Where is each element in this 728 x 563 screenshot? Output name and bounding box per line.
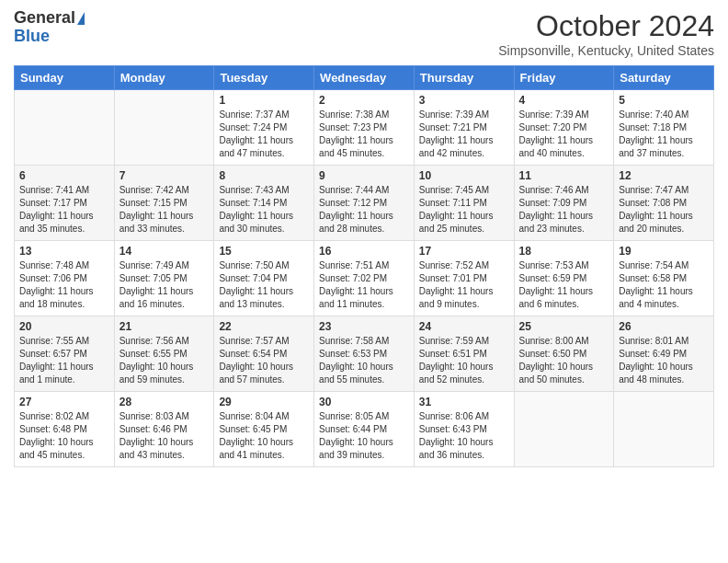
daylight-text: Daylight: 10 hours and 57 minutes.	[219, 362, 293, 385]
daylight-text: Daylight: 11 hours and 11 minutes.	[319, 286, 393, 309]
daylight-text: Daylight: 11 hours and 4 minutes.	[619, 286, 693, 309]
location-text: Simpsonville, Kentucky, United States	[498, 43, 714, 58]
sunset-text: Sunset: 7:21 PM	[419, 122, 487, 132]
calendar-cell: 15 Sunrise: 7:50 AM Sunset: 7:04 PM Dayl…	[214, 241, 314, 316]
sunset-text: Sunset: 7:12 PM	[319, 198, 387, 208]
calendar-cell: 8 Sunrise: 7:43 AM Sunset: 7:14 PM Dayli…	[214, 166, 314, 241]
day-number: 12	[619, 169, 709, 182]
sunset-text: Sunset: 6:44 PM	[319, 424, 387, 434]
calendar-cell: 11 Sunrise: 7:46 AM Sunset: 7:09 PM Dayl…	[514, 166, 614, 241]
sunset-text: Sunset: 7:17 PM	[19, 198, 87, 208]
calendar-week-row: 6 Sunrise: 7:41 AM Sunset: 7:17 PM Dayli…	[15, 166, 714, 241]
sunrise-text: Sunrise: 7:56 AM	[119, 336, 189, 346]
calendar-cell: 13 Sunrise: 7:48 AM Sunset: 7:06 PM Dayl…	[15, 241, 115, 316]
day-number: 30	[319, 396, 409, 408]
sunrise-text: Sunrise: 7:54 AM	[619, 260, 688, 270]
sunrise-text: Sunrise: 7:52 AM	[419, 260, 489, 270]
calendar-cell	[15, 90, 115, 166]
calendar-cell: 28 Sunrise: 8:03 AM Sunset: 6:46 PM Dayl…	[114, 392, 214, 467]
calendar-cell: 10 Sunrise: 7:45 AM Sunset: 7:11 PM Dayl…	[414, 166, 514, 241]
day-number: 14	[119, 245, 210, 258]
sunrise-text: Sunrise: 7:44 AM	[319, 185, 389, 195]
daylight-text: Daylight: 10 hours and 55 minutes.	[319, 362, 393, 385]
daylight-text: Daylight: 11 hours and 6 minutes.	[519, 286, 594, 309]
sunrise-text: Sunrise: 7:47 AM	[619, 185, 688, 195]
sunset-text: Sunset: 7:14 PM	[219, 198, 287, 208]
daylight-text: Daylight: 11 hours and 28 minutes.	[319, 211, 393, 234]
title-section: October 2024 Simpsonville, Kentucky, Uni…	[498, 9, 714, 58]
calendar-cell: 6 Sunrise: 7:41 AM Sunset: 7:17 PM Dayli…	[15, 166, 115, 241]
daylight-text: Daylight: 10 hours and 45 minutes.	[19, 437, 94, 460]
calendar-cell: 14 Sunrise: 7:49 AM Sunset: 7:05 PM Dayl…	[114, 241, 214, 316]
header-tuesday: Tuesday	[214, 66, 314, 90]
sunset-text: Sunset: 7:18 PM	[619, 122, 687, 132]
calendar-cell: 7 Sunrise: 7:42 AM Sunset: 7:15 PM Dayli…	[114, 166, 214, 241]
header-friday: Friday	[514, 66, 614, 90]
day-number: 9	[319, 169, 409, 182]
calendar-cell: 26 Sunrise: 8:01 AM Sunset: 6:49 PM Dayl…	[614, 316, 714, 392]
day-number: 3	[419, 94, 509, 107]
day-number: 10	[419, 169, 509, 182]
daylight-text: Daylight: 11 hours and 23 minutes.	[519, 211, 594, 234]
day-number: 8	[219, 169, 309, 182]
calendar-body: 1 Sunrise: 7:37 AM Sunset: 7:24 PM Dayli…	[15, 90, 714, 467]
header-row: Sunday Monday Tuesday Wednesday Thursday…	[15, 66, 714, 90]
sunrise-text: Sunrise: 8:06 AM	[419, 411, 489, 421]
daylight-text: Daylight: 11 hours and 40 minutes.	[519, 135, 594, 158]
calendar-cell: 20 Sunrise: 7:55 AM Sunset: 6:57 PM Dayl…	[15, 316, 115, 392]
sunrise-text: Sunrise: 7:57 AM	[219, 336, 289, 346]
calendar-cell: 3 Sunrise: 7:39 AM Sunset: 7:21 PM Dayli…	[414, 90, 514, 166]
calendar-cell	[114, 90, 214, 166]
daylight-text: Daylight: 11 hours and 45 minutes.	[319, 135, 393, 158]
sunrise-text: Sunrise: 7:51 AM	[319, 260, 389, 270]
sunset-text: Sunset: 7:15 PM	[119, 198, 188, 208]
day-number: 5	[619, 94, 709, 107]
day-number: 23	[319, 320, 409, 333]
sunrise-text: Sunrise: 7:40 AM	[619, 109, 688, 120]
sunset-text: Sunset: 6:50 PM	[519, 349, 587, 359]
daylight-text: Daylight: 11 hours and 18 minutes.	[19, 286, 94, 309]
calendar-header: Sunday Monday Tuesday Wednesday Thursday…	[15, 66, 714, 90]
calendar-cell: 12 Sunrise: 7:47 AM Sunset: 7:08 PM Dayl…	[614, 166, 714, 241]
daylight-text: Daylight: 11 hours and 9 minutes.	[419, 286, 494, 309]
sunset-text: Sunset: 6:57 PM	[19, 349, 87, 359]
header-sunday: Sunday	[15, 66, 115, 90]
sunset-text: Sunset: 7:06 PM	[19, 273, 87, 283]
daylight-text: Daylight: 11 hours and 47 minutes.	[219, 135, 293, 158]
sunset-text: Sunset: 7:20 PM	[519, 122, 587, 132]
sunrise-text: Sunrise: 8:01 AM	[619, 336, 688, 346]
calendar-week-row: 1 Sunrise: 7:37 AM Sunset: 7:24 PM Dayli…	[15, 90, 714, 166]
day-number: 16	[319, 245, 409, 258]
sunset-text: Sunset: 6:53 PM	[319, 349, 387, 359]
page-container: General Blue October 2024 Simpsonville, …	[0, 0, 728, 477]
sunrise-text: Sunrise: 7:49 AM	[119, 260, 189, 270]
day-number: 28	[119, 396, 210, 408]
daylight-text: Daylight: 10 hours and 36 minutes.	[419, 437, 494, 460]
sunrise-text: Sunrise: 8:04 AM	[219, 411, 289, 421]
sunrise-text: Sunrise: 7:39 AM	[419, 109, 489, 120]
header-saturday: Saturday	[614, 66, 714, 90]
sunset-text: Sunset: 7:11 PM	[419, 198, 487, 208]
sunset-text: Sunset: 6:48 PM	[19, 424, 87, 434]
sunrise-text: Sunrise: 7:45 AM	[419, 185, 489, 195]
daylight-text: Daylight: 11 hours and 35 minutes.	[19, 211, 94, 234]
day-number: 13	[19, 245, 109, 258]
calendar-cell: 31 Sunrise: 8:06 AM Sunset: 6:43 PM Dayl…	[414, 392, 514, 467]
day-number: 4	[519, 94, 609, 107]
calendar-cell	[614, 392, 714, 467]
sunset-text: Sunset: 7:02 PM	[319, 273, 387, 283]
day-number: 29	[219, 396, 309, 408]
logo-triangle-icon	[77, 12, 85, 25]
header-thursday: Thursday	[414, 66, 514, 90]
calendar-cell: 27 Sunrise: 8:02 AM Sunset: 6:48 PM Dayl…	[15, 392, 115, 467]
sunrise-text: Sunrise: 7:53 AM	[519, 260, 589, 270]
sunset-text: Sunset: 6:58 PM	[619, 273, 687, 283]
day-number: 18	[519, 245, 609, 258]
day-number: 15	[219, 245, 309, 258]
daylight-text: Daylight: 10 hours and 52 minutes.	[419, 362, 494, 385]
logo-blue-text: Blue	[14, 28, 50, 46]
sunset-text: Sunset: 6:55 PM	[119, 349, 188, 359]
daylight-text: Daylight: 11 hours and 42 minutes.	[419, 135, 494, 158]
sunrise-text: Sunrise: 7:50 AM	[219, 260, 289, 270]
calendar-cell: 18 Sunrise: 7:53 AM Sunset: 6:59 PM Dayl…	[514, 241, 614, 316]
